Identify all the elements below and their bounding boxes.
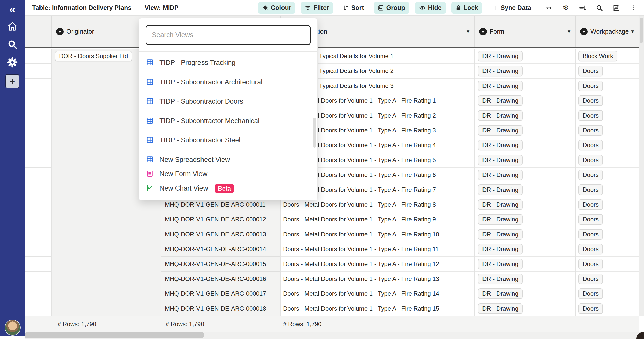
reference-cell[interactable]: MHQ-DOR-V1-GEN-DE-ARC-000017 bbox=[161, 286, 280, 301]
row-gutter-cell[interactable] bbox=[25, 93, 51, 108]
row-gutter-cell[interactable] bbox=[25, 257, 51, 272]
sync-data-button[interactable]: Sync Data bbox=[488, 2, 535, 14]
row-gutter-cell[interactable] bbox=[25, 212, 51, 227]
description-cell[interactable]: Doors - Metal Doors for Volume 1 - Type … bbox=[280, 286, 474, 301]
view-item[interactable]: TIDP - Subcontractor Doors bbox=[139, 92, 317, 111]
form-cell[interactable]: DR - Drawing bbox=[474, 79, 575, 93]
row-gutter-cell[interactable] bbox=[25, 242, 51, 257]
workpackage-cell[interactable]: Doors bbox=[575, 242, 639, 257]
form-cell[interactable]: DR - Drawing bbox=[474, 257, 575, 272]
row-gutter-cell[interactable] bbox=[25, 272, 51, 286]
originator-tag[interactable]: DOR - Doors Supplier Ltd bbox=[55, 51, 132, 61]
form-cell[interactable]: DR - Drawing bbox=[474, 153, 575, 168]
filter-button[interactable]: Filter bbox=[301, 2, 333, 14]
workpackage-cell[interactable]: Doors bbox=[575, 108, 639, 123]
form-cell[interactable]: DR - Drawing bbox=[474, 108, 575, 123]
description-cell[interactable]: Doors - Metal Doors for Volume 1 - Type … bbox=[280, 242, 474, 257]
workpackage-cell[interactable]: Doors bbox=[575, 64, 639, 79]
row-gutter-cell[interactable] bbox=[25, 182, 51, 197]
form-cell[interactable]: DR - Drawing bbox=[474, 138, 575, 153]
form-cell[interactable]: DR - Drawing bbox=[474, 242, 575, 257]
vertical-scrollbar[interactable] bbox=[639, 16, 644, 316]
freeze-icon[interactable]: ❄ bbox=[561, 4, 570, 12]
form-cell[interactable]: DR - Drawing bbox=[474, 123, 575, 138]
row-gutter-cell[interactable] bbox=[25, 227, 51, 242]
description-cell[interactable]: Doors - Metal Doors for Volume 1 - Type … bbox=[280, 301, 474, 316]
form-cell[interactable]: DR - Drawing bbox=[474, 301, 575, 316]
view-item[interactable]: TIDP - Progress Tracking bbox=[139, 53, 317, 72]
form-cell[interactable]: DR - Drawing bbox=[474, 272, 575, 286]
form-cell[interactable]: DR - Drawing bbox=[474, 286, 575, 301]
new-form-view-button[interactable]: New Form View bbox=[139, 167, 317, 181]
workpackage-cell[interactable]: Doors bbox=[575, 212, 639, 227]
row-gutter-cell[interactable] bbox=[25, 64, 51, 79]
search-icon[interactable] bbox=[0, 39, 25, 50]
row-gutter-cell[interactable] bbox=[25, 79, 51, 93]
row-gutter-cell[interactable] bbox=[25, 168, 51, 182]
resize-columns-icon[interactable] bbox=[545, 4, 553, 12]
form-cell[interactable]: DR - Drawing bbox=[474, 212, 575, 227]
user-avatar[interactable] bbox=[5, 320, 21, 336]
workpackage-cell[interactable]: Doors bbox=[575, 197, 639, 212]
row-gutter-cell[interactable] bbox=[25, 301, 51, 316]
search-icon[interactable] bbox=[595, 4, 604, 12]
chevron-down-icon[interactable]: ▼ bbox=[630, 29, 635, 34]
column-header-form[interactable]: Form ▼ bbox=[474, 16, 575, 47]
reference-cell[interactable]: MHQ-DOR-V1-GEN-DE-ARC-000016 bbox=[161, 272, 280, 286]
lock-button[interactable]: Lock bbox=[451, 2, 482, 14]
new-chart-view-button[interactable]: New Chart ViewBeta bbox=[139, 181, 317, 196]
vertical-scrollbar-thumb[interactable] bbox=[640, 18, 643, 43]
row-gutter-cell[interactable] bbox=[25, 138, 51, 153]
form-cell[interactable]: DR - Drawing bbox=[474, 49, 575, 64]
horizontal-scrollbar-thumb[interactable] bbox=[25, 332, 204, 338]
sort-button[interactable]: Sort bbox=[339, 2, 368, 14]
reference-cell[interactable]: MHQ-DOR-V1-GEN-DE-ARC-000014 bbox=[161, 242, 280, 257]
collapse-sidebar-icon[interactable]: « bbox=[0, 3, 25, 16]
workpackage-cell[interactable]: Doors bbox=[575, 301, 639, 316]
workpackage-cell[interactable]: Doors bbox=[575, 93, 639, 108]
workpackage-cell[interactable]: Doors bbox=[575, 257, 639, 272]
search-views-input[interactable] bbox=[146, 25, 311, 45]
row-gutter-cell[interactable] bbox=[25, 197, 51, 212]
workpackage-cell[interactable]: Doors bbox=[575, 272, 639, 286]
workpackage-cell[interactable]: Doors bbox=[575, 79, 639, 93]
view-item[interactable]: TIDP - Subcontractor Mechanical bbox=[139, 111, 317, 131]
add-table-button[interactable]: + bbox=[5, 74, 19, 88]
form-cell[interactable]: DR - Drawing bbox=[474, 93, 575, 108]
views-list-scrollbar-thumb[interactable] bbox=[313, 118, 316, 148]
description-cell[interactable]: Doors - Metal Doors for Volume 1 - Type … bbox=[280, 272, 474, 286]
workpackage-cell[interactable]: Doors bbox=[575, 123, 639, 138]
gear-icon[interactable] bbox=[0, 57, 25, 68]
view-item[interactable]: TIDP - Subcontractor Steel bbox=[139, 131, 317, 150]
form-cell[interactable]: DR - Drawing bbox=[474, 168, 575, 182]
group-button[interactable]: Group bbox=[374, 2, 409, 14]
row-gutter-cell[interactable] bbox=[25, 108, 51, 123]
column-header-workpackage[interactable]: Workpackage ▼ bbox=[575, 16, 639, 47]
description-cell[interactable]: Doors - Metal Doors for Volume 1 - Type … bbox=[280, 227, 474, 242]
more-options-icon[interactable] bbox=[629, 4, 637, 12]
workpackage-cell[interactable]: Doors bbox=[575, 168, 639, 182]
form-cell[interactable]: DR - Drawing bbox=[474, 197, 575, 212]
description-cell[interactable]: Doors - Metal Doors for Volume 1 - Type … bbox=[280, 257, 474, 272]
chevron-down-icon[interactable]: ▼ bbox=[567, 29, 571, 34]
workpackage-cell[interactable]: Doors bbox=[575, 286, 639, 301]
row-gutter-cell[interactable] bbox=[25, 286, 51, 301]
colour-button[interactable]: Colour bbox=[258, 2, 295, 14]
workpackage-cell[interactable]: Block Work bbox=[575, 49, 639, 64]
workpackage-cell[interactable]: Doors bbox=[575, 182, 639, 197]
horizontal-scrollbar[interactable] bbox=[25, 332, 644, 339]
form-cell[interactable]: DR - Drawing bbox=[474, 182, 575, 197]
new-spreadsheet-view-button[interactable]: New Spreadsheet View bbox=[139, 153, 317, 167]
home-icon[interactable] bbox=[0, 21, 25, 32]
view-item[interactable]: TIDP - Subcontractor Architectural bbox=[139, 72, 317, 92]
reference-cell[interactable]: MHQ-DOR-V1-GEN-DE-ARC-000015 bbox=[161, 257, 280, 272]
row-gutter-cell[interactable] bbox=[25, 123, 51, 138]
row-gutter-cell[interactable] bbox=[25, 49, 51, 64]
description-cell[interactable]: Doors - Metal Doors for Volume 1 - Type … bbox=[280, 212, 474, 227]
workpackage-cell[interactable]: Doors bbox=[575, 138, 639, 153]
chevron-down-icon[interactable]: ▼ bbox=[466, 29, 470, 34]
form-cell[interactable]: DR - Drawing bbox=[474, 227, 575, 242]
reference-cell[interactable]: MHQ-DOR-V1-GEN-DE-ARC-000012 bbox=[161, 212, 280, 227]
workpackage-cell[interactable]: Doors bbox=[575, 153, 639, 168]
form-cell[interactable]: DR - Drawing bbox=[474, 64, 575, 79]
